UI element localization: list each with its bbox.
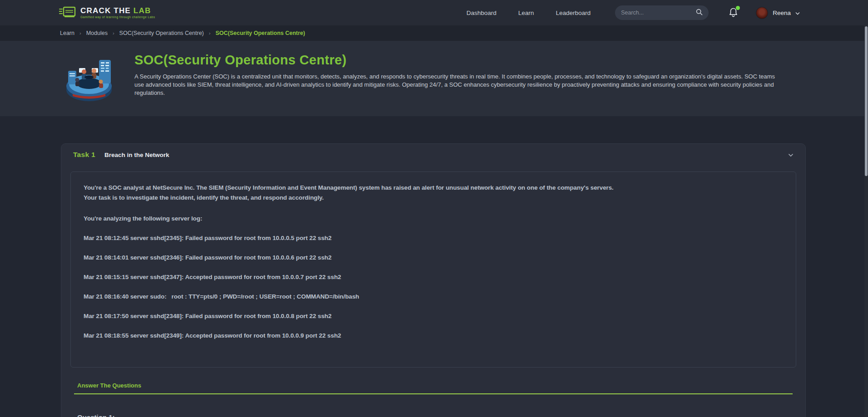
logo-icon [59, 5, 76, 20]
avatar[interactable] [756, 7, 768, 19]
task-title: Breach in the Network [104, 152, 169, 158]
search-icon[interactable] [696, 9, 703, 17]
soc-hero-illustration [64, 50, 114, 103]
logo-tagline: Gamified way of learning through challen… [80, 16, 155, 19]
user-menu[interactable]: Reena [756, 7, 800, 19]
breadcrumb-module-soc[interactable]: SOC(Security Operations Centre) [119, 30, 204, 36]
log-line: Mar 21 08:17:50 server sshd[2348]: Faile… [84, 311, 783, 321]
chevron-down-icon [795, 9, 800, 17]
top-navbar: CRACK THE LAB Gamified way of learning t… [0, 0, 868, 25]
breadcrumb-separator: › [79, 30, 81, 36]
breadcrumb-modules[interactable]: Modules [86, 30, 108, 36]
user-name: Reena [773, 10, 791, 16]
nav-link-dashboard[interactable]: Dashboard [466, 10, 496, 16]
notification-dot [736, 6, 740, 10]
task-badge: Task 1 [73, 151, 95, 159]
log-intro: You're analyzing the following server lo… [84, 214, 783, 224]
breadcrumb-separator: › [113, 30, 114, 36]
logo-title: CRACK THE LAB [80, 7, 155, 15]
hero-text: SOC(Security Operations Centre) A Securi… [134, 50, 777, 97]
breadcrumb: Learn › Modules › SOC(Security Operation… [0, 25, 868, 41]
chevron-down-icon[interactable] [788, 151, 794, 159]
module-hero: SOC(Security Operations Centre) A Securi… [0, 41, 868, 116]
nav-link-leaderboard[interactable]: Leaderboard [556, 10, 591, 16]
vertical-scrollbar [864, 0, 868, 417]
question-label: Question 1: [77, 413, 793, 417]
scrollbar-thumb[interactable] [865, 26, 868, 176]
scenario-text: You're a SOC analyst at NetSecure Inc. T… [84, 183, 783, 193]
log-line: Mar 21 08:15:15 server sshd[2347]: Accep… [84, 272, 783, 282]
answer-section-title: Answer The Questions [77, 382, 141, 389]
logo-text: CRACK THE LAB Gamified way of learning t… [80, 7, 155, 19]
log-line: Mar 21 08:12:45 server sshd[2345]: Faile… [84, 233, 783, 243]
breadcrumb-current: SOC(Security Operations Centre) [215, 30, 305, 36]
notifications-button[interactable] [729, 7, 739, 18]
breadcrumb-learn[interactable]: Learn [60, 30, 74, 36]
server-log-panel: You're a SOC analyst at NetSecure Inc. T… [70, 172, 796, 368]
search-box[interactable] [615, 5, 709, 20]
log-line: Mar 21 08:16:40 server sudo: root : TTY=… [84, 292, 783, 302]
search-input[interactable] [621, 10, 696, 16]
task-header[interactable]: Task 1 Breach in the Network [61, 144, 805, 164]
page-title: SOC(Security Operations Centre) [134, 53, 777, 68]
breadcrumb-separator: › [209, 30, 211, 36]
module-description: A Security Operations Center (SOC) is a … [134, 73, 777, 97]
task-card: Task 1 Breach in the Network You're a SO… [61, 143, 806, 417]
answer-section: Answer The Questions Question 1: Identif… [74, 381, 793, 417]
nav-links: Dashboard Learn Leaderboard [466, 10, 590, 16]
app-logo[interactable]: CRACK THE LAB Gamified way of learning t… [59, 5, 155, 20]
scenario-text: Your task is to investigate the incident… [84, 193, 783, 203]
answer-heading-wrap: Answer The Questions [74, 381, 793, 394]
log-line: Mar 21 08:14:01 server sshd[2346]: Faile… [84, 253, 783, 263]
main-content: Task 1 Breach in the Network You're a SO… [0, 116, 868, 417]
nav-link-learn[interactable]: Learn [518, 10, 534, 16]
log-line: Mar 21 08:18:55 server sshd[2349]: Accep… [84, 331, 783, 341]
